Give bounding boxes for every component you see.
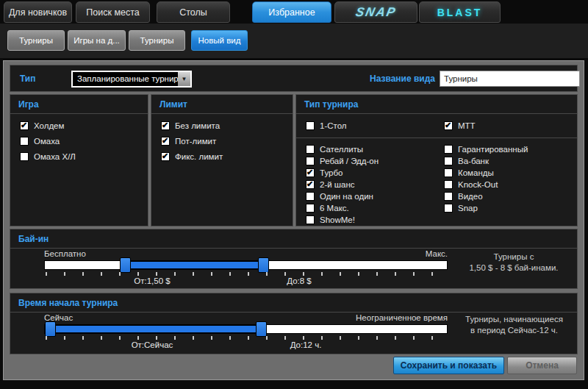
tournament-type-dropdown[interactable]: Запланированные турниры ▼ [71,71,192,88]
start-time-title: Время начала турнира [10,293,577,313]
start-time-section: Время начала турнира Сейчас Неограниченн… [10,293,578,354]
checkbox-label: Фикс. лимит [175,152,223,161]
checkbox-row-rebuy-addon[interactable]: Ребай / Эдд-он [306,157,379,165]
checkbox-row-holdem[interactable]: Холдем [20,121,76,130]
checkbox[interactable] [20,121,29,130]
buyin-summary-line1: Турниры с [451,251,576,263]
buyin-summary: Турниры с 1,50 $ - 8 $ бай-инами. [451,251,576,274]
checkbox-row-heads-up[interactable]: Один на один [306,192,379,201]
checkbox-row-6max[interactable]: 6 Макс. [306,204,379,213]
checkbox[interactable] [306,145,315,154]
tournament-type-left-column: Сателлиты Ребай / Эдд-он Турбо 2-й шанс … [306,145,379,227]
start-time-summary: Турниры, начинающиеся в период Сейчас-12… [450,314,578,336]
buyin-title: Бай-ин [10,229,577,249]
checkbox-label: ShowMe! [320,215,355,224]
tab-seat-search[interactable]: Поиск места [76,1,150,23]
subtab-label: Турниры [19,36,53,45]
start-time-from-value: От:Сейчас [115,340,189,349]
checkbox[interactable] [444,121,453,130]
subtab-tournaments-1[interactable]: Турниры [7,30,65,51]
buyin-max-label: Макс. [374,249,448,258]
checkbox[interactable] [161,137,170,146]
save-button-label: Сохранить и показать [401,360,497,371]
checkbox[interactable] [306,215,315,224]
checkbox-row-satellites[interactable]: Сателлиты [306,145,379,154]
start-time-slider-handle-max[interactable] [256,321,267,337]
chevron-down-icon[interactable]: ▼ [178,72,190,86]
tab-tables[interactable]: Столы [157,1,230,23]
checkbox-row-mtt[interactable]: МТТ [444,121,476,130]
checkbox-row-omaha[interactable]: Омаха [20,137,76,146]
checkbox-row-second-chance[interactable]: 2-й шанс [306,180,379,189]
tab-label: Для новичков [9,7,67,18]
checkbox-row-all-in[interactable]: Ва-банк [444,157,528,165]
limit-box: Лимит Без лимита Пот-лимит Фикс. лимит [151,94,293,226]
checkbox-label: Турбо [320,168,343,177]
buyin-summary-line2: 1,50 $ - 8 $ бай-инами. [451,263,576,274]
checkbox[interactable] [444,145,453,154]
checkbox[interactable] [20,152,29,161]
checkbox[interactable] [444,168,453,177]
game-checkbox-list: Холдем Омаха Омаха Х/Л [20,121,76,168]
checkbox[interactable] [444,192,453,201]
checkbox[interactable] [161,152,170,161]
checkbox-label: Холдем [34,121,64,130]
subtab-cash-games[interactable]: Игры на д... [68,30,126,51]
cancel-button[interactable]: Отмена [507,357,577,374]
tab-label: Поиск места [86,7,139,18]
checkbox[interactable] [444,180,453,189]
tournament-type-right-column: Гарантированный Ва-банк Команды Knock-Ou… [444,145,528,215]
subtab-tournaments-2[interactable]: Турниры [129,30,185,51]
start-time-slider-track[interactable] [44,324,448,334]
checkbox-row-knockout[interactable]: Knock-Out [444,180,528,189]
buyin-slider-handle-max[interactable] [258,257,269,273]
save-and-show-button[interactable]: Сохранить и показать [393,357,504,374]
checkbox[interactable] [161,121,170,130]
checkbox[interactable] [306,192,315,201]
start-time-slider-range [45,325,262,333]
checkbox[interactable] [306,121,315,130]
tab-for-beginners[interactable]: Для новичков [4,1,72,23]
subtab-label: Игры на д... [74,36,120,45]
tournament-type-title: Тип турнира [296,95,577,114]
checkbox[interactable] [444,157,453,165]
checkbox-label: Knock-Out [458,180,498,189]
checkbox-row-video[interactable]: Видео [444,192,528,201]
tab-blast[interactable]: BLAST [419,1,501,23]
checkbox-label: Ребай / Эдд-он [320,157,379,165]
checkbox[interactable] [306,204,315,213]
game-box-title: Игра [10,95,148,114]
checkbox-row-pot-limit[interactable]: Пот-лимит [161,137,223,146]
checkbox-row-guaranteed[interactable]: Гарантированный [444,145,528,154]
tab-snap[interactable]: SNAP [334,1,417,23]
buyin-min-label: Бесплатно [44,249,86,258]
checkbox-label: 6 Макс. [320,204,349,213]
checkbox-row-snap[interactable]: Snap [444,204,528,213]
checkbox-label: Омаха Х/Л [34,152,76,161]
checkbox-row-single-table[interactable]: 1-Стол [306,121,347,130]
section-divider [296,138,577,138]
checkbox[interactable] [306,157,315,165]
checkbox-row-fixed-limit[interactable]: Фикс. лимит [161,152,223,161]
checkbox-label: Без лимита [175,121,220,130]
tab-label: Избранное [268,7,315,18]
checkbox[interactable] [306,180,315,189]
checkbox-row-turbo[interactable]: Турбо [306,168,379,177]
checkbox-row-no-limit[interactable]: Без лимита [161,121,223,130]
checkbox[interactable] [20,137,29,146]
start-time-slider-handle-min[interactable] [45,321,56,337]
blast-logo: BLAST [437,7,483,18]
checkbox-row-omaha-hl[interactable]: Омаха Х/Л [20,152,76,161]
checkbox-row-showme[interactable]: ShowMe! [306,215,379,224]
subtab-label: Турниры [140,36,174,45]
checkbox[interactable] [444,204,453,213]
limit-checkbox-list: Без лимита Пот-лимит Фикс. лимит [161,121,223,168]
buyin-slider-track[interactable] [44,260,448,270]
subtab-label: Новый вид [198,36,241,45]
subtab-new-view[interactable]: Новый вид [191,30,248,51]
checkbox[interactable] [306,168,315,177]
view-name-input[interactable]: Турниры [440,71,580,87]
buyin-slider-handle-min[interactable] [120,257,131,273]
tab-favorites[interactable]: Избранное [252,1,331,23]
checkbox-row-teams[interactable]: Команды [444,168,528,177]
